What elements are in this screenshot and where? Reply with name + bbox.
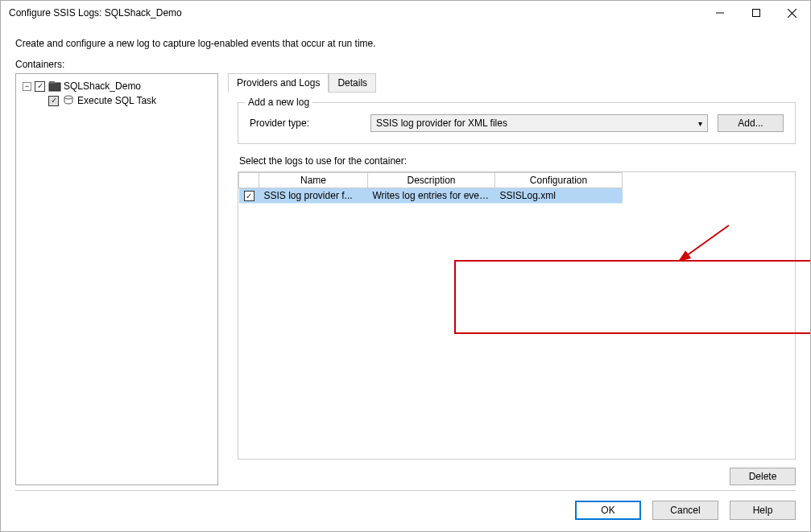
tree-checkbox[interactable]: [48, 96, 59, 106]
provider-type-label: Provider type:: [250, 118, 370, 129]
tree-item-package[interactable]: − SQLShack_Demo: [19, 79, 214, 93]
col-description[interactable]: Description: [368, 173, 495, 188]
titlebar: Configure SSIS Logs: SQLShack_Demo: [1, 1, 810, 25]
row-checkbox[interactable]: [244, 191, 254, 201]
minimize-button[interactable]: [701, 1, 738, 25]
window-controls: [701, 1, 810, 25]
add-new-log-group: Add a new log Provider type: SSIS log pr…: [238, 102, 796, 144]
maximize-button[interactable]: [738, 1, 774, 25]
logs-table: Name Description Configuration SSIS log …: [238, 172, 623, 204]
containers-tree[interactable]: − SQLShack_Demo Execute SQL Task: [15, 73, 218, 485]
table-row[interactable]: SSIS log provider f... Writes log entrie…: [239, 188, 623, 204]
col-configuration[interactable]: Configuration: [495, 173, 623, 188]
row-description[interactable]: Writes log entries for even...: [368, 188, 495, 204]
col-check[interactable]: [239, 173, 259, 188]
row-configuration[interactable]: SSISLog.xml: [495, 188, 623, 204]
svg-rect-5: [49, 81, 55, 84]
groupbox-legend: Add a new log: [245, 97, 312, 108]
tab-details[interactable]: Details: [329, 73, 376, 93]
select-logs-label: Select the logs to use for the container…: [239, 155, 796, 167]
svg-rect-4: [49, 83, 60, 91]
tab-content: Add a new log Provider type: SSIS log pr…: [228, 93, 796, 485]
tab-providers-and-logs[interactable]: Providers and Logs: [228, 73, 329, 93]
cancel-button[interactable]: Cancel: [652, 501, 718, 520]
tree-item-label: Execute SQL Task: [77, 95, 156, 106]
add-button[interactable]: Add...: [718, 114, 784, 132]
svg-point-6: [64, 96, 72, 99]
svg-rect-1: [752, 10, 759, 17]
row-name[interactable]: SSIS log provider f...: [259, 188, 368, 204]
delete-button[interactable]: Delete: [730, 468, 796, 485]
col-name[interactable]: Name: [259, 173, 368, 188]
provider-type-value: SSIS log provider for XML files: [376, 118, 507, 129]
logs-table-container: Name Description Configuration SSIS log …: [238, 171, 796, 460]
tabstrip: Providers and Logs Details: [228, 73, 796, 93]
right-panel: Providers and Logs Details Add a new log…: [221, 73, 796, 485]
containers-label: Containers:: [1, 59, 810, 73]
dialog-button-bar: OK Cancel Help: [15, 490, 796, 520]
provider-type-row: Provider type: SSIS log provider for XML…: [250, 114, 784, 132]
tree-item-sql-task[interactable]: Execute SQL Task: [19, 93, 214, 108]
dialog-description: Create and configure a new log to captur…: [1, 25, 810, 59]
table-header-row: Name Description Configuration: [239, 173, 623, 188]
tree-checkbox[interactable]: [35, 81, 45, 92]
delete-row: Delete: [238, 468, 796, 485]
row-check-cell[interactable]: [239, 188, 259, 204]
window-title: Configure SSIS Logs: SQLShack_Demo: [9, 7, 701, 19]
expand-icon[interactable]: −: [23, 82, 31, 91]
main-area: − SQLShack_Demo Execute SQL Task Provide…: [1, 73, 810, 485]
package-icon: [48, 80, 61, 92]
tree-item-label: SQLShack_Demo: [64, 80, 141, 92]
chevron-down-icon: ▾: [698, 119, 702, 128]
provider-type-select[interactable]: SSIS log provider for XML files ▾: [370, 114, 708, 132]
ok-button[interactable]: OK: [575, 501, 641, 520]
help-button[interactable]: Help: [730, 501, 796, 520]
close-button[interactable]: [774, 1, 810, 25]
sql-task-icon: [62, 95, 75, 106]
